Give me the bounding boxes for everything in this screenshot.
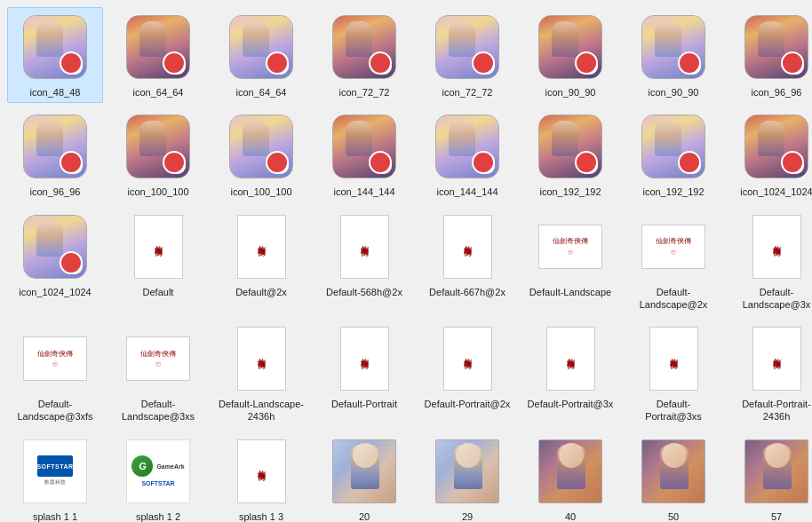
grid-item-icon_90_90_1[interactable]: Gicon_90_90	[522, 7, 618, 103]
grid-item-icon_96_96_2[interactable]: Gicon_96_96	[7, 107, 103, 202]
grid-item-icon_1024_1024_1[interactable]: Gicon_1024_1024	[728, 107, 812, 202]
item-label-default_landscape_2x: Default-Landscape@2x	[628, 286, 719, 312]
item-label-icon_192_192_1: icon_192_192	[539, 186, 601, 198]
grid-item-default_portrait[interactable]: 仙劍奇俠傳㊉Default-Portrait	[316, 319, 412, 428]
grid-item-icon_192_192_2[interactable]: Gicon_192_192	[625, 107, 721, 202]
item-label-default_2x: Default@2x	[235, 286, 287, 298]
item-label-icon_100_100_1: icon_100_100	[127, 186, 188, 198]
grid-item-splash_40[interactable]: 40	[522, 431, 618, 522]
grid-item-splash_1_2[interactable]: G GameArk SOFTSTAR splash 1 2	[110, 431, 206, 522]
grid-item-icon_144_144_2[interactable]: Gicon_144_144	[419, 107, 515, 202]
grid-item-default_2x[interactable]: 仙劍奇俠傳㊉Default@2x	[213, 207, 309, 316]
item-label-splash_1_2: splash 1 2	[136, 510, 180, 522]
grid-item-icon_192_192_1[interactable]: Gicon_192_192	[522, 107, 618, 202]
grid-item-splash_1_3[interactable]: 仙劍奇俠傳㊉splash 1 3	[213, 431, 309, 522]
grid-item-default_landscape[interactable]: 仙劍奇俠傳㊉Default-Landscape	[522, 207, 618, 316]
item-label-default_667h: Default-667h@2x	[429, 286, 506, 298]
grid-item-icon_1024_1024_2[interactable]: Gicon_1024_1024	[7, 207, 103, 316]
grid-item-icon_90_90_2[interactable]: Gicon_90_90	[625, 7, 721, 103]
grid-item-default_portrait_3x[interactable]: 仙劍奇俠傳㊉Default-Portrait@3x	[522, 319, 618, 428]
item-label-default_landscape_3x: Default-Landscape@3x	[731, 286, 812, 312]
item-label-icon_64_64_1: icon_64_64	[133, 86, 184, 99]
item-label-icon_96_96_2: icon_96_96	[30, 186, 81, 198]
grid-item-icon_96_96_1[interactable]: Gicon_96_96	[728, 7, 812, 103]
item-label-default_landscape_2436h: Default-Landscape-2436h	[216, 398, 306, 423]
item-label-default: Default	[143, 286, 174, 298]
grid-item-default_portrait_2436h[interactable]: 仙劍奇俠傳㊉Default-Portrait-2436h	[728, 319, 812, 428]
grid-item-default_landscape_3xfs[interactable]: 仙劍奇俠傳㊉Default-Landscape@3xfs	[7, 319, 103, 428]
grid-item-icon_144_144_1[interactable]: Gicon_144_144	[316, 107, 412, 202]
file-grid[interactable]: Gicon_48_48 Gicon_64_64 Gicon_64_64 Gico…	[0, 0, 812, 522]
grid-item-splash_20[interactable]: 20	[316, 431, 412, 522]
item-label-default_portrait_3x: Default-Portrait@3x	[528, 398, 614, 410]
item-label-default_portrait_2x: Default-Portrait@2x	[425, 398, 511, 410]
item-label-splash_29: 29	[462, 510, 473, 522]
item-label-splash_20: 20	[359, 510, 370, 522]
item-label-default_568h: Default-568h@2x	[326, 286, 402, 298]
item-label-icon_192_192_2: icon_192_192	[642, 186, 704, 198]
grid-item-default_667h[interactable]: 仙劍奇俠傳㊉Default-667h@2x	[419, 207, 515, 316]
item-label-splash_1_1: splash 1 1	[33, 510, 77, 522]
item-label-splash_50: 50	[668, 510, 679, 522]
item-label-splash_40: 40	[565, 510, 576, 522]
item-label-icon_144_144_2: icon_144_144	[436, 186, 498, 198]
grid-item-default_landscape_2x[interactable]: 仙劍奇俠傳㊉Default-Landscape@2x	[625, 207, 721, 316]
item-label-icon_1024_1024_1: icon_1024_1024	[740, 186, 812, 198]
item-label-icon_96_96_1: icon_96_96	[752, 86, 802, 99]
item-label-splash_57: 57	[771, 510, 782, 522]
item-label-icon_100_100_2: icon_100_100	[230, 186, 291, 198]
grid-item-icon_64_64_1[interactable]: Gicon_64_64	[110, 7, 206, 103]
grid-item-splash_57[interactable]: 57	[728, 431, 812, 522]
grid-item-icon_48_48[interactable]: Gicon_48_48	[7, 7, 103, 103]
item-label-icon_90_90_1: icon_90_90	[545, 86, 596, 99]
grid-item-default_landscape_2436h[interactable]: 仙劍奇俠傳㊉Default-Landscape-2436h	[213, 319, 309, 428]
item-label-icon_1024_1024_2: icon_1024_1024	[19, 286, 91, 298]
grid-item-splash_29[interactable]: 29	[419, 431, 515, 522]
item-label-icon_64_64_2: icon_64_64	[236, 86, 287, 99]
item-label-default_landscape_3xfs: Default-Landscape@3xfs	[10, 398, 100, 423]
item-label-icon_72_72_1: icon_72_72	[339, 86, 390, 99]
grid-item-icon_72_72_1[interactable]: Gicon_72_72	[316, 7, 412, 103]
item-label-icon_90_90_2: icon_90_90	[649, 86, 699, 99]
grid-item-default_portrait_3xs[interactable]: 仙劍奇俠傳㊉Default-Portrait@3xs	[625, 319, 721, 428]
item-label-icon_48_48: icon_48_48	[30, 86, 81, 99]
item-label-icon_72_72_2: icon_72_72	[442, 86, 493, 99]
grid-item-default_portrait_2x[interactable]: 仙劍奇俠傳㊉Default-Portrait@2x	[419, 319, 515, 428]
grid-item-icon_64_64_2[interactable]: Gicon_64_64	[213, 7, 309, 103]
grid-item-default_568h[interactable]: 仙劍奇俠傳㊉Default-568h@2x	[316, 207, 412, 316]
item-label-default_landscape: Default-Landscape	[529, 286, 611, 298]
grid-item-default[interactable]: 仙劍奇俠傳㊉Default	[110, 207, 206, 316]
grid-item-icon_72_72_2[interactable]: Gicon_72_72	[419, 7, 515, 103]
grid-item-icon_100_100_2[interactable]: Gicon_100_100	[213, 107, 309, 202]
grid-item-icon_100_100_1[interactable]: Gicon_100_100	[110, 107, 206, 202]
grid-item-splash_1_1[interactable]: SOFTSTAR 軟星科技 splash 1 1	[7, 431, 103, 522]
item-label-default_landscape_3xs: Default-Landscape@3xs	[113, 398, 203, 423]
item-label-default_portrait: Default-Portrait	[331, 398, 397, 410]
item-label-icon_144_144_1: icon_144_144	[333, 186, 394, 198]
grid-item-default_landscape_3xs[interactable]: 仙劍奇俠傳㊉Default-Landscape@3xs	[110, 319, 206, 428]
grid-item-splash_50[interactable]: 50	[625, 431, 721, 522]
item-label-default_portrait_2436h: Default-Portrait-2436h	[731, 398, 812, 423]
grid-item-default_landscape_3x[interactable]: 仙劍奇俠傳㊉Default-Landscape@3x	[728, 207, 812, 316]
item-label-splash_1_3: splash 1 3	[239, 510, 283, 522]
item-label-default_portrait_3xs: Default-Portrait@3xs	[628, 398, 719, 423]
